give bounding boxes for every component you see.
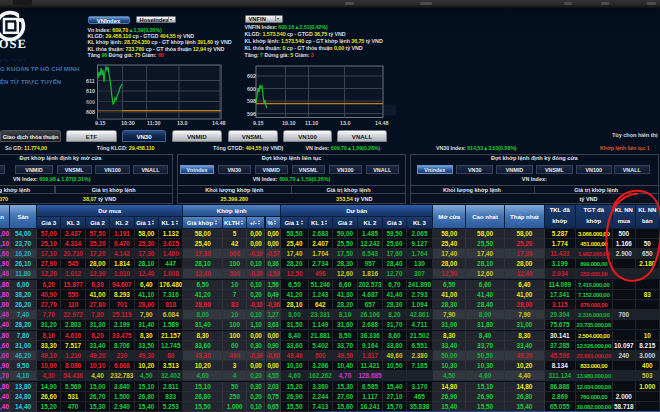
svg-text:HOSE: HOSE	[0, 56, 27, 63]
svg-text:HOSE: HOSE	[0, 37, 27, 51]
